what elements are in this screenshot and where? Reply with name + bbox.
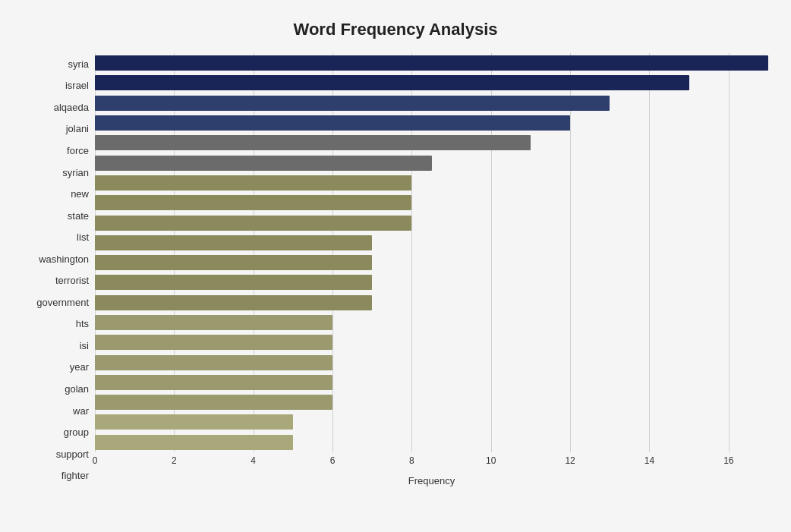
- bar-row-syria: [95, 55, 768, 71]
- bar-alqaeda: [95, 96, 610, 111]
- x-tick-16: 16: [723, 455, 733, 466]
- bar-list: [95, 216, 411, 231]
- bar-row-list: [95, 215, 768, 231]
- bar-support: [95, 414, 293, 430]
- bar-state: [95, 195, 411, 210]
- bar-row-israel: [95, 74, 768, 91]
- y-label-list: list: [77, 228, 89, 247]
- bar-israel: [95, 75, 689, 90]
- y-label-syria: syria: [68, 54, 89, 74]
- bar-row-jolani: [95, 115, 768, 131]
- bar-force: [95, 135, 531, 150]
- y-label-government: government: [36, 292, 89, 312]
- y-label-alqaeda: alqaeda: [54, 97, 89, 117]
- chart-title: Word Frequency Analysis: [23, 15, 768, 39]
- x-tick-6: 6: [330, 455, 336, 466]
- bar-row-syrian: [95, 155, 768, 172]
- bar-syrian: [95, 156, 432, 171]
- y-label-syrian: syrian: [62, 162, 89, 182]
- y-label-state: state: [68, 206, 89, 225]
- y-label-isi: isi: [80, 335, 89, 355]
- bar-syria: [95, 55, 768, 71]
- bar-washington: [95, 235, 372, 250]
- bar-row-isi: [95, 314, 768, 331]
- bar-new: [95, 175, 411, 190]
- bar-row-support: [95, 414, 768, 430]
- grid-and-bars: [95, 53, 768, 452]
- bar-hts: [95, 295, 372, 310]
- x-tick-4: 4: [251, 455, 256, 466]
- bar-row-war: [95, 374, 768, 391]
- y-label-group: group: [64, 423, 89, 442]
- bar-row-alqaeda: [95, 95, 768, 112]
- bar-jolani: [95, 115, 570, 131]
- y-label-washington: washington: [39, 249, 89, 269]
- y-label-hts: hts: [76, 314, 89, 334]
- bars-wrapper: [95, 53, 768, 452]
- x-tick-12: 12: [565, 455, 575, 466]
- bar-row-year: [95, 334, 768, 351]
- bar-row-government: [95, 274, 768, 291]
- x-tick-2: 2: [172, 455, 177, 466]
- x-tick-8: 8: [409, 455, 414, 466]
- x-tick-0: 0: [93, 455, 98, 466]
- y-label-jolani: jolani: [66, 119, 89, 139]
- y-label-golan: golan: [65, 379, 89, 398]
- bar-isi: [95, 315, 332, 330]
- bar-terrorist: [95, 255, 372, 270]
- y-label-israel: israel: [65, 76, 89, 96]
- x-tick-14: 14: [644, 455, 654, 466]
- y-label-year: year: [70, 357, 89, 377]
- bar-row-group: [95, 394, 768, 411]
- x-tick-10: 10: [486, 455, 496, 466]
- bar-war: [95, 375, 332, 390]
- bar-row-new: [95, 175, 768, 191]
- bar-year: [95, 335, 332, 350]
- y-label-new: new: [71, 184, 89, 204]
- chart-container: Word Frequency Analysis syriaisraelalqae…: [0, 0, 791, 532]
- bar-row-washington: [95, 235, 768, 251]
- y-label-support: support: [56, 444, 89, 464]
- y-label-fighter: fighter: [61, 466, 89, 486]
- bar-group: [95, 395, 332, 410]
- y-label-force: force: [67, 140, 89, 160]
- bar-row-fighter: [95, 434, 768, 451]
- x-axis-label: Frequency: [95, 475, 768, 486]
- bar-row-hts: [95, 294, 768, 311]
- plot-area: 0246810121416 Frequency: [95, 53, 768, 486]
- bar-government: [95, 275, 372, 290]
- bar-row-state: [95, 194, 768, 211]
- y-label-war: war: [73, 401, 89, 420]
- bar-fighter: [95, 435, 293, 450]
- bar-row-golan: [95, 354, 768, 371]
- bar-golan: [95, 355, 332, 370]
- bar-row-terrorist: [95, 254, 768, 271]
- bar-row-force: [95, 134, 768, 151]
- y-label-terrorist: terrorist: [55, 271, 89, 291]
- bars-and-axes: syriaisraelalqaedajolaniforcesyriannewst…: [23, 53, 768, 486]
- chart-area: syriaisraelalqaedajolaniforcesyriannewst…: [23, 53, 768, 486]
- y-labels: syriaisraelalqaedajolaniforcesyriannewst…: [23, 53, 95, 486]
- x-axis: 0246810121416: [95, 452, 768, 474]
